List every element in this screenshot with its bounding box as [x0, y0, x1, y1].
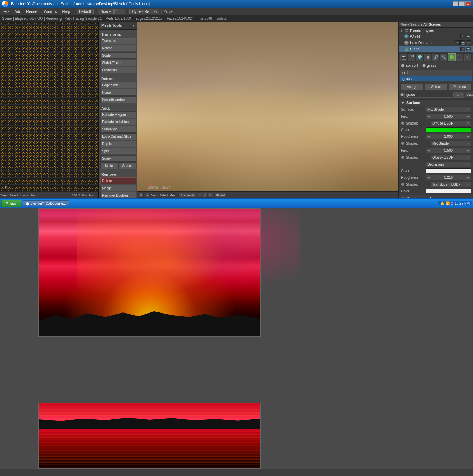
- shader2-toggle[interactable]: [401, 142, 404, 145]
- viewport-view-btn[interactable]: View: [151, 193, 158, 197]
- scene-item-lakedomain[interactable]: LakeDomain 👁 📷 ≋: [399, 40, 473, 46]
- workspace-selector[interactable]: Default: [77, 9, 94, 14]
- prop-constraint-icon[interactable]: 🔗: [432, 53, 440, 61]
- uv-select-btn[interactable]: Select: [9, 193, 18, 197]
- minimize-btn[interactable]: ─: [453, 1, 458, 6]
- world-eye-btn[interactable]: 👁: [460, 34, 465, 39]
- smooth-vertex-btn[interactable]: Smooth Vertex: [100, 96, 136, 103]
- noise-btn[interactable]: Noise: [100, 89, 136, 96]
- roughness1-val[interactable]: ◀ 1.000 ▶: [426, 134, 471, 139]
- viewport-mesh-btn[interactable]: Mesh: [169, 193, 177, 197]
- delete-btn[interactable]: Delete: [100, 177, 136, 184]
- maximize-btn[interactable]: □: [459, 1, 465, 6]
- rotate-btn[interactable]: Rotate: [100, 45, 136, 51]
- render-engine-selector[interactable]: Cycles Render: [129, 9, 159, 14]
- plane-eye-btn[interactable]: 👁: [460, 47, 465, 51]
- material-grass[interactable]: grass: [400, 76, 472, 81]
- shader-type-select[interactable]: Data: [465, 92, 473, 97]
- lakedomain-extra-btn[interactable]: ≋: [466, 40, 471, 45]
- edit-mode-selector[interactable]: Edit Mode: [178, 193, 196, 197]
- uv-image-btn[interactable]: Image: [19, 193, 28, 197]
- shader2-type[interactable]: Mix Shader ▼: [431, 141, 471, 146]
- knife-select-btn[interactable]: Select: [118, 162, 136, 169]
- edge-slide-btn[interactable]: Edge Slide: [100, 82, 136, 88]
- loop-cut-btn[interactable]: Loop Cut and Slide: [100, 133, 136, 140]
- tools-collapse[interactable]: ▼: [131, 24, 135, 27]
- breadcrumb-soilsurf[interactable]: soilsurf: [406, 63, 418, 68]
- prop-material-icon[interactable]: 🟢: [448, 53, 456, 61]
- viewport-icon-2[interactable]: ●: [145, 193, 150, 198]
- shader4-toggle[interactable]: [401, 183, 404, 186]
- prop-modifier-icon[interactable]: 🔧: [440, 53, 448, 61]
- viewport-select-btn[interactable]: Select: [159, 193, 168, 197]
- deselect-material-btn[interactable]: Deselect: [448, 84, 472, 90]
- assign-btn[interactable]: Assign: [400, 84, 424, 90]
- prop-render-icon[interactable]: 📷: [400, 53, 408, 61]
- scene-item-renderlayers[interactable]: ▶ 🎬 RenderLayers: [399, 28, 473, 33]
- shrink-fatten-btn[interactable]: Shrink/Fatten: [100, 60, 136, 66]
- scene-item-world[interactable]: World 👁 📷: [399, 33, 473, 40]
- viewport[interactable]: Z X Y (2000) soilsurf ⊞ ● View Select Me…: [137, 22, 398, 198]
- vert-select-icon[interactable]: ·: [198, 193, 202, 198]
- frame-input[interactable]: 1: [114, 9, 125, 14]
- lakedomain-eye-btn[interactable]: 👁: [455, 40, 460, 45]
- lakedomain-render-btn[interactable]: 📷: [460, 40, 465, 45]
- fac2-val[interactable]: ◀ 0.500 ▶: [426, 148, 471, 153]
- prop-object-icon[interactable]: ◼: [424, 53, 432, 61]
- edge-select-icon[interactable]: ╱: [203, 193, 208, 198]
- spin-btn[interactable]: Spin: [100, 148, 136, 154]
- displacement-section-header[interactable]: ▼ Displacement: [399, 195, 473, 198]
- uv-view-btn[interactable]: View: [1, 193, 8, 197]
- roughness3-val[interactable]: ◀ 0.216 ▶: [426, 175, 471, 180]
- close-btn[interactable]: ✕: [465, 1, 471, 6]
- prop-texture-icon[interactable]: ⬛: [456, 53, 464, 61]
- menu-file[interactable]: File: [1, 9, 12, 14]
- viewport-icon-1[interactable]: ⊞: [139, 193, 144, 198]
- uv-uvs-btn[interactable]: UVs: [30, 193, 35, 197]
- prop-particles-icon[interactable]: ✦: [464, 53, 472, 61]
- menu-window[interactable]: Window: [41, 9, 59, 14]
- prop-scene-icon[interactable]: 🎬: [408, 53, 416, 61]
- uv-canvas[interactable]: [0, 22, 98, 198]
- scene-selector[interactable]: Scene: [98, 9, 114, 14]
- shader3-type[interactable]: Glossy BSDF ▼: [431, 154, 471, 160]
- prop-world-icon[interactable]: 🌍: [416, 53, 424, 61]
- menu-render[interactable]: Render: [24, 9, 41, 14]
- subdivide-btn[interactable]: Subdivide: [100, 126, 136, 133]
- shader1-type[interactable]: Diffuse BSDF ▼: [431, 120, 471, 126]
- start-button[interactable]: ⊞ start: [1, 200, 21, 207]
- color1-swatch[interactable]: [426, 127, 471, 132]
- world-render-btn[interactable]: 📷: [466, 34, 471, 39]
- shader-f-btn[interactable]: F: [453, 92, 456, 98]
- screw-btn[interactable]: Screw: [100, 155, 136, 162]
- shader-name-input[interactable]: [404, 92, 452, 98]
- blender-taskbar-btn[interactable]: ⬤ Blender* [C:\Docume...: [23, 200, 69, 206]
- scene-search-label[interactable]: Search: [410, 23, 422, 26]
- push-pull-btn[interactable]: Push/Pull: [100, 67, 136, 73]
- color4-swatch[interactable]: [426, 189, 471, 193]
- surface-type-val[interactable]: Mix Shader ▼: [426, 106, 471, 112]
- breadcrumb-grass[interactable]: grass: [427, 63, 436, 68]
- extrude-individual-btn[interactable]: Extrude Individual: [100, 119, 136, 125]
- color3-swatch[interactable]: [426, 168, 471, 173]
- scene-item-plane[interactable]: Plane 👁 📷: [399, 46, 473, 52]
- shader-link-btn[interactable]: ⊞: [456, 92, 460, 98]
- plane-render-btn[interactable]: 📷: [466, 47, 471, 51]
- shader4-type[interactable]: Translucent BSDF ▼: [431, 182, 471, 187]
- scene-view-label[interactable]: View: [401, 23, 409, 26]
- merge-btn[interactable]: Merge: [100, 185, 136, 191]
- shader1-toggle[interactable]: [401, 121, 404, 125]
- face-select-icon[interactable]: □: [208, 193, 213, 198]
- surface-section-header[interactable]: ▼ Surface: [399, 99, 473, 106]
- menu-add[interactable]: Add: [13, 9, 24, 14]
- translate-btn[interactable]: Translate: [100, 38, 136, 44]
- fac-val[interactable]: ◀ 0.500 ▶: [426, 113, 471, 119]
- select-material-btn[interactable]: Select: [424, 84, 448, 90]
- shader3-toggle[interactable]: [401, 156, 404, 159]
- scale-btn[interactable]: Scale: [100, 52, 136, 59]
- shader-x-btn[interactable]: ✕: [460, 92, 464, 98]
- remove-doubles-btn[interactable]: Remove Doubles: [100, 192, 136, 198]
- extrude-region-btn[interactable]: Extrude Region: [100, 111, 136, 118]
- menu-help[interactable]: Help: [60, 9, 72, 14]
- material-soil[interactable]: soil: [400, 70, 472, 76]
